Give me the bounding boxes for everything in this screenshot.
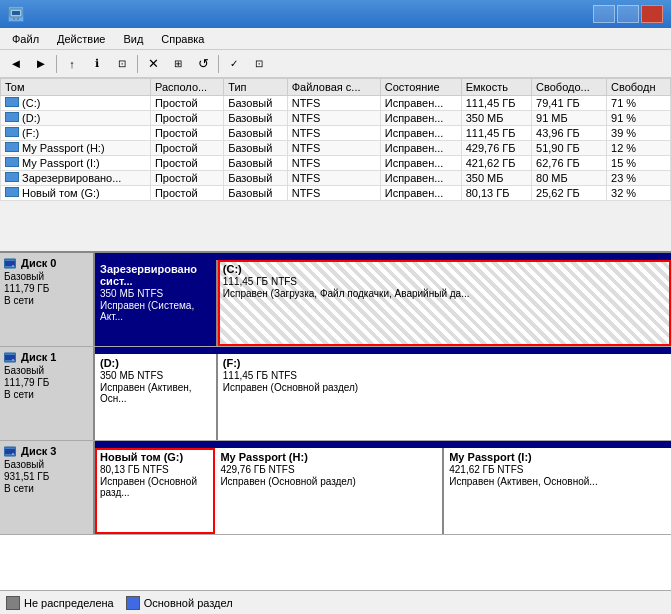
- table-cell: 111,45 ГБ: [461, 126, 531, 141]
- table-cell: Новый том (G:): [1, 186, 151, 201]
- partition-name: My Passport (H:): [220, 451, 437, 463]
- check-button[interactable]: ✓: [222, 53, 246, 75]
- col-volume: Том: [1, 79, 151, 96]
- legend-box-unallocated: [6, 596, 20, 610]
- disk-name: Диск 0: [4, 257, 89, 270]
- table-row[interactable]: (F:)ПростойБазовыйNTFSИсправен...111,45 …: [1, 126, 671, 141]
- volumes-table-area[interactable]: Том Располо... Тип Файловая с... Состоян…: [0, 78, 671, 253]
- table-cell: 421,62 ГБ: [461, 156, 531, 171]
- table-cell: 62,76 ГБ: [532, 156, 607, 171]
- toolbar: ◄ ► ↑ ℹ ⊡ ✕ ⊞ ↺ ✓ ⊡: [0, 50, 671, 78]
- table-cell: NTFS: [287, 186, 380, 201]
- col-free: Свободо...: [532, 79, 607, 96]
- disk-visual-area[interactable]: Диск 0 Базовый 111,79 ГБ В сети Зарезерв…: [0, 253, 671, 590]
- menu-item-справка[interactable]: Справка: [153, 31, 212, 47]
- delete-button[interactable]: ✕: [141, 53, 165, 75]
- app-icon: [8, 6, 24, 22]
- table-row[interactable]: (C:)ПростойБазовыйNTFSИсправен...111,45 …: [1, 96, 671, 111]
- up-button[interactable]: ↑: [60, 53, 84, 75]
- toolbar-separator-3: [218, 55, 219, 73]
- partition-status: Исправен (Основной раздел): [223, 382, 666, 393]
- svg-rect-2: [13, 18, 15, 20]
- legend-label-primary: Основной раздел: [144, 597, 233, 609]
- table-cell: NTFS: [287, 141, 380, 156]
- table-cell: 350 МБ: [461, 111, 531, 126]
- table-cell: Простой: [150, 111, 223, 126]
- table-cell: Простой: [150, 126, 223, 141]
- table-cell: Базовый: [224, 141, 288, 156]
- menu-item-файл[interactable]: Файл: [4, 31, 47, 47]
- table-cell: Базовый: [224, 111, 288, 126]
- partition-size: 111,45 ГБ NTFS: [223, 370, 666, 381]
- close-button[interactable]: [641, 5, 663, 23]
- disk-partition[interactable]: Зарезервировано сист...350 МБ NTFSИсправ…: [95, 260, 218, 346]
- volume-icon: [5, 172, 19, 182]
- legend-unallocated: Не распределена: [6, 596, 114, 610]
- table-cell: 43,96 ГБ: [532, 126, 607, 141]
- svg-point-6: [12, 265, 14, 267]
- table-cell: Исправен...: [380, 141, 461, 156]
- export-button[interactable]: ⊡: [247, 53, 271, 75]
- table-cell: 71 %: [607, 96, 671, 111]
- disk-partition[interactable]: My Passport (H:)429,76 ГБ NTFSИсправен (…: [215, 448, 444, 534]
- table-cell: (D:): [1, 111, 151, 126]
- status-bar: Не распределена Основной раздел: [0, 590, 671, 614]
- disk-partition[interactable]: (D:)350 МБ NTFSИсправен (Активен, Осн...: [95, 354, 218, 440]
- table-header-row: Том Располо... Тип Файловая с... Состоян…: [1, 79, 671, 96]
- table-row[interactable]: My Passport (I:)ПростойБазовыйNTFSИсправ…: [1, 156, 671, 171]
- partition-status: Исправен (Загрузка, Файл подкачки, Авари…: [223, 288, 666, 299]
- table-cell: Простой: [150, 96, 223, 111]
- disk-partition[interactable]: Новый том (G:)80,13 ГБ NTFSИсправен (Осн…: [95, 448, 215, 534]
- table-cell: Исправен...: [380, 111, 461, 126]
- info-button[interactable]: ℹ: [85, 53, 109, 75]
- volume-icon: [5, 187, 19, 197]
- table-cell: Простой: [150, 156, 223, 171]
- table-cell: Базовый: [224, 186, 288, 201]
- table-cell: NTFS: [287, 126, 380, 141]
- disk-row: Диск 3 Базовый 931,51 ГБ В сети Новый то…: [0, 441, 671, 535]
- toolbar-separator-1: [56, 55, 57, 73]
- partitions-wrapper: Новый том (G:)80,13 ГБ NTFSИсправен (Осн…: [95, 441, 671, 534]
- col-fs: Файловая с...: [287, 79, 380, 96]
- properties-button[interactable]: ⊡: [110, 53, 134, 75]
- map-button[interactable]: ⊞: [166, 53, 190, 75]
- disk-type: Базовый: [4, 459, 89, 470]
- forward-button[interactable]: ►: [29, 53, 53, 75]
- disk-info-panel: Диск 3 Базовый 931,51 ГБ В сети: [0, 441, 95, 534]
- menu-item-вид[interactable]: Вид: [115, 31, 151, 47]
- volume-icon: [5, 112, 19, 122]
- disk-name: Диск 3: [4, 445, 89, 458]
- disk-partition[interactable]: (C:)111,45 ГБ NTFSИсправен (Загрузка, Фа…: [218, 260, 671, 346]
- minimize-button[interactable]: [593, 5, 615, 23]
- partition-status: Исправен (Активен, Основной...: [449, 476, 666, 487]
- table-cell: NTFS: [287, 156, 380, 171]
- table-cell: NTFS: [287, 171, 380, 186]
- col-status: Состояние: [380, 79, 461, 96]
- disk-row: Диск 0 Базовый 111,79 ГБ В сети Зарезерв…: [0, 253, 671, 347]
- refresh-button[interactable]: ↺: [191, 53, 215, 75]
- disk-size: 931,51 ГБ: [4, 471, 89, 482]
- disk-type: Базовый: [4, 271, 89, 282]
- partition-name: (F:): [223, 357, 666, 369]
- svg-point-9: [12, 359, 14, 361]
- window-controls: [593, 5, 663, 23]
- table-row[interactable]: Новый том (G:)ПростойБазовыйNTFSИсправен…: [1, 186, 671, 201]
- disk-partitions: (D:)350 МБ NTFSИсправен (Активен, Осн...…: [95, 354, 671, 440]
- legend-box-primary: [126, 596, 140, 610]
- maximize-button[interactable]: [617, 5, 639, 23]
- table-cell: 51,90 ГБ: [532, 141, 607, 156]
- partition-status: Исправен (Система, Акт...: [100, 300, 211, 322]
- title-bar-left: [8, 6, 30, 22]
- disk-partition[interactable]: (F:)111,45 ГБ NTFSИсправен (Основной раз…: [218, 354, 671, 440]
- table-row[interactable]: My Passport (H:)ПростойБазовыйNTFSИсправ…: [1, 141, 671, 156]
- partitions-wrapper: (D:)350 МБ NTFSИсправен (Активен, Осн...…: [95, 347, 671, 440]
- disk-partition[interactable]: My Passport (I:)421,62 ГБ NTFSИсправен (…: [444, 448, 671, 534]
- title-bar: [0, 0, 671, 28]
- table-row[interactable]: (D:)ПростойБазовыйNTFSИсправен...350 МБ9…: [1, 111, 671, 126]
- table-cell: Базовый: [224, 156, 288, 171]
- menu-item-действие[interactable]: Действие: [49, 31, 113, 47]
- back-button[interactable]: ◄: [4, 53, 28, 75]
- table-cell: 12 %: [607, 141, 671, 156]
- table-cell: 39 %: [607, 126, 671, 141]
- table-row[interactable]: Зарезервировано...ПростойБазовыйNTFSИспр…: [1, 171, 671, 186]
